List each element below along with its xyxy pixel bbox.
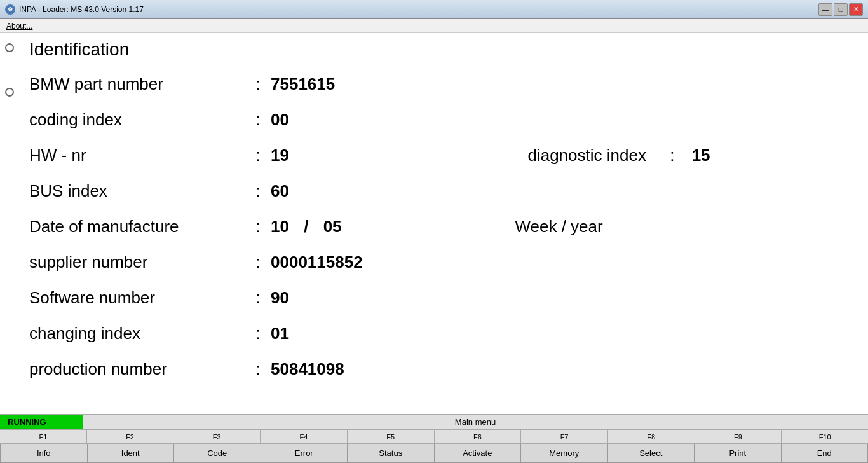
date-slash: / (294, 217, 318, 236)
fkey-f7: F7 (521, 430, 608, 443)
field-label: Software number (29, 280, 245, 315)
field-value: 00 (271, 102, 477, 137)
info-button[interactable]: Info (0, 444, 88, 463)
field-label: changing index (29, 315, 245, 351)
field-label: coding index (29, 102, 245, 137)
field-colon: : (245, 280, 271, 315)
fkey-f1: F1 (0, 430, 87, 443)
week-value: 10 (271, 217, 289, 236)
year-value: 05 (323, 217, 342, 236)
field-value: 0000115852 (271, 244, 477, 280)
fkey-f2: F2 (87, 430, 174, 443)
table-row: BUS index : 60 (29, 173, 855, 209)
radio-button-2[interactable] (5, 88, 14, 97)
field-value: 50841098 (271, 351, 477, 387)
bottom-bar: RUNNING Main menu F1 F2 F3 F4 F5 F6 F7 F… (0, 414, 868, 463)
field-colon: : (245, 173, 271, 209)
main-content: Identification BMW part number : 7551615… (17, 33, 868, 414)
field-value: 01 (271, 315, 477, 351)
week-year-label: Week / year (477, 217, 602, 236)
main-menu-label: Main menu (83, 417, 868, 427)
select-button[interactable]: Select (608, 444, 695, 463)
date-value-cell: 10 / 05 (271, 209, 477, 244)
field-value: 7551615 (271, 66, 477, 102)
app-icon: ⚙ (5, 4, 15, 15)
fkey-f4: F4 (261, 430, 348, 443)
table-row: production number : 50841098 (29, 351, 855, 387)
field-colon: : (245, 66, 271, 102)
title-bar: ⚙ INPA - Loader: MS 43.0 Version 1.17 — … (0, 0, 868, 19)
table-row: coding index : 00 (29, 102, 855, 137)
identification-table: BMW part number : 7551615 coding index :… (29, 66, 855, 387)
fkey-f5: F5 (348, 430, 435, 443)
section-title: Identification (29, 39, 855, 60)
radio-column (0, 33, 17, 414)
field-colon: : (245, 315, 271, 351)
fkey-f8: F8 (608, 430, 695, 443)
field-colon: : (245, 209, 271, 244)
memory-button[interactable]: Memory (521, 444, 608, 463)
about-menu-item[interactable]: About... (3, 20, 36, 32)
fkey-f3: F3 (173, 430, 261, 443)
field-label: BUS index (29, 173, 245, 209)
table-row: Software number : 90 (29, 280, 855, 315)
print-button[interactable]: Print (695, 444, 782, 463)
field-label: BMW part number (29, 66, 245, 102)
title-bar-left: ⚙ INPA - Loader: MS 43.0 Version 1.17 (5, 4, 144, 15)
radio-button-1[interactable] (5, 43, 14, 52)
field-label: production number (29, 351, 245, 387)
minimize-button[interactable]: — (818, 3, 832, 16)
window-title: INPA - Loader: MS 43.0 Version 1.17 (19, 5, 144, 14)
field-value: 19 (271, 137, 477, 173)
fkey-f10: F10 (782, 430, 868, 443)
activate-button[interactable]: Activate (435, 444, 522, 463)
field-colon: : (245, 244, 271, 280)
menu-bar: About... (0, 19, 868, 33)
fkey-row: F1 F2 F3 F4 F5 F6 F7 F8 F9 F10 (0, 430, 868, 444)
fkey-f9: F9 (695, 430, 782, 443)
field-label: supplier number (29, 244, 245, 280)
table-row: HW - nr : 19 diagnostic index : 15 (29, 137, 855, 173)
field-colon: : (245, 351, 271, 387)
status-running-label: RUNNING (0, 415, 83, 429)
table-row: Date of manufacture : 10 / 05 Week / yea… (29, 209, 855, 244)
code-button[interactable]: Code (174, 444, 261, 463)
status-button[interactable]: Status (348, 444, 435, 463)
field-value: 60 (271, 173, 477, 209)
field-colon: : (245, 137, 271, 173)
ident-button[interactable]: Ident (88, 444, 175, 463)
field-colon: : (245, 102, 271, 137)
field-label: Date of manufacture (29, 209, 245, 244)
diagnostic-index-value: 15 (679, 146, 710, 165)
error-button[interactable]: Error (261, 444, 348, 463)
field-label: HW - nr (29, 137, 245, 173)
fkey-f6: F6 (435, 430, 522, 443)
diagnostic-index-colon: : (651, 146, 674, 165)
close-button[interactable]: ✕ (849, 3, 863, 16)
status-row: RUNNING Main menu (0, 415, 868, 430)
table-row: BMW part number : 7551615 (29, 66, 855, 102)
maximize-button[interactable]: □ (834, 3, 848, 16)
title-bar-controls: — □ ✕ (818, 3, 863, 16)
btn-row: Info Ident Code Error Status Activate Me… (0, 444, 868, 463)
end-button[interactable]: End (782, 444, 869, 463)
table-row: changing index : 01 (29, 315, 855, 351)
field-value: 90 (271, 280, 477, 315)
diagnostic-index-label: diagnostic index (477, 146, 646, 165)
table-row: supplier number : 0000115852 (29, 244, 855, 280)
